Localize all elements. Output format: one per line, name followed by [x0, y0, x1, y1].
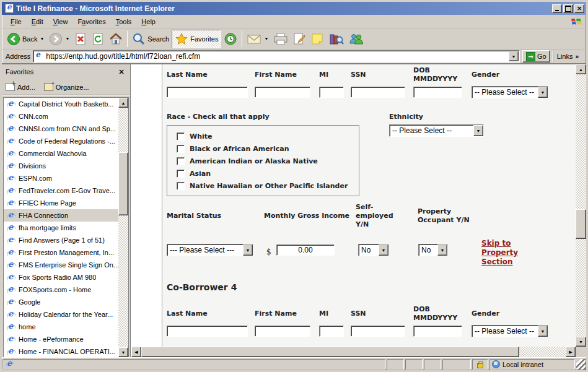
favorite-item[interactable]: Capital District Youth Basketb...: [4, 98, 118, 110]
edit-button[interactable]: [291, 30, 308, 48]
discuss-button[interactable]: [308, 30, 327, 48]
gender-select[interactable]: -- Please Select -- ▼: [472, 325, 548, 337]
select-dropdown-icon[interactable]: ▼: [379, 244, 388, 256]
menu-favorites[interactable]: Favorites: [72, 16, 110, 27]
favorite-item[interactable]: Find Answers (Page 1 of 51): [4, 234, 118, 246]
history-button[interactable]: [221, 30, 240, 48]
scroll-down-icon[interactable]: ▼: [118, 347, 128, 357]
menu-view[interactable]: View: [48, 16, 73, 27]
gender-select[interactable]: -- Please Select -- ▼: [472, 86, 548, 98]
skip-to-property-link[interactable]: Skip to Property Section: [481, 239, 530, 267]
first-name-input[interactable]: [255, 326, 310, 337]
favorite-item[interactable]: Fox Sports Radio AM 980: [4, 271, 118, 283]
forward-button[interactable]: ▼: [46, 30, 72, 48]
select-dropdown-icon[interactable]: ▼: [437, 244, 447, 256]
ethnicity-select[interactable]: -- Please Select -- ▼: [389, 124, 484, 137]
favorite-item[interactable]: Home - FINANCIAL OPERATI...: [4, 345, 118, 357]
favorite-item[interactable]: Google: [4, 296, 118, 308]
race-checkbox[interactable]: [177, 145, 185, 153]
resize-grip[interactable]: [576, 359, 586, 370]
race-option-label: White: [190, 132, 212, 141]
go-button[interactable]: → Go: [522, 50, 550, 63]
page-content: Last Name First Name MI SSN DOB MMDDYYYY…: [131, 64, 586, 357]
favorites-add-button[interactable]: Add...: [6, 83, 35, 91]
last-name-input[interactable]: [167, 87, 248, 98]
race-checkbox[interactable]: [177, 132, 185, 141]
scrollbar-thumb[interactable]: [141, 347, 519, 357]
favorites-organize-button[interactable]: Organize...: [44, 83, 89, 91]
favorite-item[interactable]: FHA Connection: [4, 209, 118, 222]
favorites-scrollbar[interactable]: ▲ ▼: [118, 98, 128, 357]
back-dropdown-arrow[interactable]: ▼: [40, 37, 44, 41]
ssn-input[interactable]: [351, 326, 405, 337]
menu-file[interactable]: File: [6, 16, 27, 27]
mi-input[interactable]: [319, 326, 344, 337]
select-dropdown-icon[interactable]: ▼: [243, 244, 253, 256]
mi-input[interactable]: [319, 87, 344, 98]
favorites-close-button[interactable]: ×: [116, 67, 126, 76]
favorite-item[interactable]: fha mortgage limits: [4, 222, 118, 234]
favorite-item[interactable]: Holiday Calendar for the Year...: [4, 308, 118, 321]
favorite-item[interactable]: FMS Enterprise Single Sign On...: [4, 259, 118, 271]
scroll-right-icon[interactable]: ▶: [566, 347, 576, 357]
ssn-input[interactable]: [351, 87, 405, 98]
favorite-item[interactable]: CNN.com: [4, 110, 118, 123]
select-dropdown-icon[interactable]: ▼: [538, 326, 548, 337]
scrollbar-thumb[interactable]: [576, 209, 586, 239]
scroll-down-icon[interactable]: ▼: [576, 337, 586, 347]
last-name-input[interactable]: [167, 326, 248, 337]
minimize-button[interactable]: [552, 4, 562, 13]
horizontal-scrollbar[interactable]: ◀ ▶: [131, 347, 576, 357]
dob-input[interactable]: [413, 87, 462, 98]
income-input[interactable]: [276, 244, 335, 256]
scroll-left-icon[interactable]: ◀: [131, 347, 141, 357]
self-employed-select[interactable]: No ▼: [358, 244, 389, 256]
menu-tools[interactable]: Tools: [111, 16, 137, 27]
back-button[interactable]: Back ▼: [4, 30, 46, 48]
favorite-item[interactable]: Commercial Wachovia: [4, 147, 118, 160]
marital-status-select[interactable]: --- Please Select --- ▼: [167, 244, 253, 256]
close-button[interactable]: ×: [574, 4, 584, 13]
race-checkbox[interactable]: [177, 182, 185, 190]
favorite-item[interactable]: FOXSports.com - Home: [4, 283, 118, 296]
favorite-item[interactable]: Code of Federal Regulations -...: [4, 135, 118, 147]
scroll-up-icon[interactable]: ▲: [576, 64, 586, 74]
links-toolbar[interactable]: Links »: [553, 51, 582, 62]
favorite-item[interactable]: ESPN.com: [4, 172, 118, 184]
home-button[interactable]: [107, 30, 125, 48]
select-dropdown-icon[interactable]: ▼: [473, 125, 483, 136]
property-occupant-select[interactable]: No ▼: [418, 244, 448, 256]
menu-help[interactable]: Help: [136, 16, 160, 27]
favorite-item[interactable]: home: [4, 321, 118, 333]
property-occupant-label: Property Occupant Y/N: [418, 207, 475, 225]
scrollbar-thumb[interactable]: [118, 152, 128, 215]
forward-dropdown-arrow[interactable]: ▼: [65, 37, 69, 41]
messenger-button[interactable]: [346, 30, 366, 48]
race-checkbox[interactable]: [177, 170, 185, 178]
stop-button[interactable]: [72, 30, 89, 48]
address-dropdown-button[interactable]: ▼: [509, 51, 519, 61]
first-name-input[interactable]: [255, 87, 310, 98]
refresh-button[interactable]: [89, 30, 107, 48]
ie-page-icon: [6, 112, 15, 121]
address-input[interactable]: https://entp.hud.gov/title1/html/f72loan…: [33, 50, 520, 63]
vertical-scrollbar[interactable]: ▲ ▼: [576, 64, 586, 347]
mail-button[interactable]: ▼: [244, 30, 271, 48]
favorite-item[interactable]: CNNSI.com from CNN and Sp...: [4, 123, 118, 135]
select-dropdown-icon[interactable]: ▼: [538, 87, 548, 98]
favorite-item[interactable]: First Preston Management, In...: [4, 246, 118, 259]
race-checkbox[interactable]: [177, 157, 185, 165]
favorite-item[interactable]: FedTraveler.com E-Gov Trave...: [4, 184, 118, 197]
favorite-item[interactable]: FFIEC Home Page: [4, 197, 118, 209]
dob-input[interactable]: [413, 326, 462, 337]
search-button[interactable]: Search: [129, 30, 172, 48]
print-button[interactable]: [271, 30, 291, 48]
mail-dropdown-arrow[interactable]: ▼: [264, 37, 268, 41]
scroll-up-icon[interactable]: ▲: [118, 98, 128, 108]
research-button[interactable]: [327, 30, 346, 48]
maximize-button[interactable]: [563, 4, 573, 13]
favorite-item[interactable]: Home - ePeformance: [4, 333, 118, 345]
favorites-button[interactable]: Favorites: [172, 30, 221, 48]
menu-edit[interactable]: Edit: [27, 16, 48, 27]
favorite-item[interactable]: Divisions: [4, 160, 118, 172]
